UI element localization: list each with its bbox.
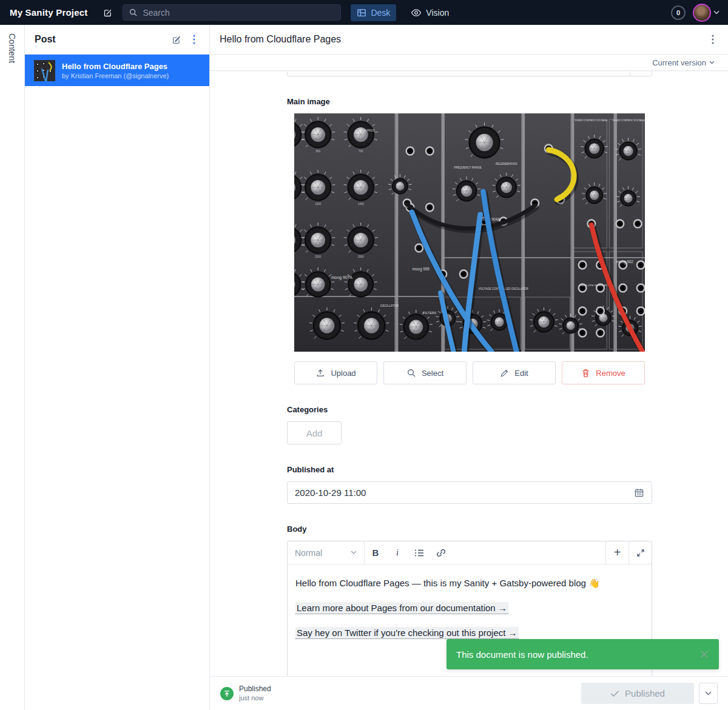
edit-label: Edit: [514, 369, 528, 378]
project-title: My Sanity Project: [10, 7, 87, 18]
svg-text:HIGH PASS: HIGH PASS: [359, 129, 375, 132]
italic-button[interactable]: i: [386, 541, 408, 564]
published-at-value: 2020-10-29 11:00: [295, 487, 634, 498]
eye-icon: [411, 8, 422, 17]
pencil-icon: [500, 369, 509, 378]
search-placeholder: Search: [143, 8, 169, 18]
select-label: Select: [422, 369, 443, 378]
publish-button-label: Published: [625, 688, 665, 698]
version-chevron-icon[interactable]: [709, 61, 715, 64]
add-category-button[interactable]: Add: [287, 421, 342, 444]
trash-icon: [581, 368, 590, 378]
insert-block-button[interactable]: +: [605, 541, 629, 564]
document-header: Hello from Cloudflare Pages: [210, 25, 728, 55]
publish-status-time: just now: [239, 694, 271, 702]
svg-text:FIXED CONTROL VOLTAGE: FIXED CONTROL VOLTAGE: [575, 119, 607, 122]
svg-text:moog 907A: moog 907A: [331, 275, 352, 280]
svg-text:moog 902: moog 902: [616, 260, 634, 264]
toast-message: This document is now published.: [456, 649, 699, 660]
desk-tab-label: Desk: [371, 8, 390, 18]
svg-text:1400: 1400: [358, 203, 364, 206]
document-form: Main image HIGH PASSFREQUENCY RANGEREGEN…: [210, 72, 728, 676]
check-icon: [610, 690, 619, 697]
editor-toolbar: Normal B i: [288, 541, 652, 564]
avatar[interactable]: [693, 4, 711, 22]
categories-label: Categories: [287, 405, 652, 414]
link-button[interactable]: [430, 541, 452, 564]
post-item-subtitle: by Kristian Freeman (@signalnerve): [62, 72, 169, 80]
chevron-down-icon: [351, 551, 357, 555]
publish-button-disabled[interactable]: Published: [581, 683, 694, 704]
link-icon: [436, 548, 446, 558]
compose-icon: [103, 7, 113, 18]
body-link-docs[interactable]: Learn more about Pages from our document…: [295, 602, 508, 614]
version-bar: Current version: [210, 55, 728, 71]
svg-text:ENVELOPE GENERATOR: ENVELOPE GENERATOR: [579, 284, 610, 287]
svg-text:2600: 2600: [358, 255, 364, 258]
body-paragraph: Hello from Cloudflare Pages — this is my…: [295, 577, 644, 589]
list-menu-kebab-icon[interactable]: [185, 30, 203, 49]
expand-icon: [636, 549, 645, 557]
select-button[interactable]: Select: [383, 361, 467, 384]
notification-badge[interactable]: 0: [671, 5, 686, 20]
search-input[interactable]: Search: [123, 4, 341, 21]
panel-title: Post: [35, 34, 167, 45]
chevron-down-icon: [705, 691, 712, 695]
version-select[interactable]: Current version: [652, 58, 706, 67]
add-label: Add: [306, 428, 323, 438]
document-menu-kebab-icon[interactable]: [704, 30, 722, 49]
published-toast: This document is now published.: [447, 639, 719, 669]
svg-text:FREQUENCY RANGE: FREQUENCY RANGE: [454, 166, 481, 169]
svg-text:1000: 1000: [315, 203, 321, 206]
style-select-value: Normal: [295, 548, 346, 558]
remove-label: Remove: [596, 369, 625, 378]
svg-text:OSCILLATOR: OSCILLATOR: [380, 304, 399, 307]
bullet-list-button[interactable]: [408, 541, 430, 564]
svg-text:FIXED CONTROL VOLTAGE: FIXED CONTROL VOLTAGE: [613, 119, 645, 122]
published-at-label: Published at: [287, 465, 652, 474]
svg-text:FILTERS: FILTERS: [423, 311, 436, 315]
vision-tab-label: Vision: [426, 8, 449, 18]
style-select[interactable]: Normal: [288, 541, 365, 564]
post-list-item-selected[interactable]: Hello from Cloudflare Pages by Kristian …: [25, 55, 209, 86]
post-item-title: Hello from Cloudflare Pages: [62, 61, 169, 72]
document-title: Hello from Cloudflare Pages: [220, 34, 704, 45]
main-image-label: Main image: [287, 97, 652, 106]
remove-button[interactable]: Remove: [562, 361, 645, 384]
tab-desk[interactable]: Desk: [351, 4, 396, 21]
post-list-panel: Post Hello from Cloudflare Pages by Kris…: [25, 25, 210, 710]
calendar-icon[interactable]: [634, 487, 644, 498]
new-document-button[interactable]: [98, 4, 116, 22]
document-pane: Hello from Cloudflare Pages Current vers…: [210, 25, 728, 710]
expand-editor-button[interactable]: [629, 541, 652, 564]
edit-button[interactable]: Edit: [473, 361, 556, 384]
post-list-header: Post: [25, 25, 209, 55]
create-post-button[interactable]: [167, 30, 185, 49]
user-menu-chevron-icon[interactable]: [713, 10, 720, 15]
post-thumbnail: [34, 60, 55, 81]
desk-icon: [357, 8, 366, 18]
main-image-photo: HIGH PASSFREQUENCY RANGEREGENERATIONFIXE…: [294, 113, 645, 352]
bullet-list-icon: [414, 549, 425, 557]
close-icon[interactable]: [699, 649, 709, 659]
slug-field-partial[interactable]: [287, 72, 652, 76]
publish-menu-button[interactable]: [699, 683, 718, 704]
svg-text:500: 500: [316, 150, 321, 153]
published-at-input[interactable]: 2020-10-29 11:00: [287, 481, 652, 504]
upload-button[interactable]: Upload: [294, 361, 377, 384]
document-footer: Published just now Published: [210, 676, 728, 710]
svg-text:REGENERATION: REGENERATION: [496, 162, 517, 166]
top-navbar: My Sanity Project Search Desk: [0, 0, 728, 25]
bold-button[interactable]: B: [365, 541, 386, 564]
svg-text:2000: 2000: [315, 255, 321, 258]
svg-text:700: 700: [359, 150, 363, 153]
svg-text:moog 995: moog 995: [413, 267, 430, 272]
tab-vision[interactable]: Vision: [405, 4, 455, 21]
search-icon: [406, 368, 416, 378]
content-rail[interactable]: Content: [0, 25, 25, 710]
body-link-twitter[interactable]: Say hey on Twitter if you're checking ou…: [295, 627, 519, 639]
upload-label: Upload: [331, 369, 356, 378]
publish-status-title: Published: [239, 685, 271, 694]
content-rail-label: Content: [7, 33, 17, 710]
published-status-icon: [220, 687, 234, 700]
